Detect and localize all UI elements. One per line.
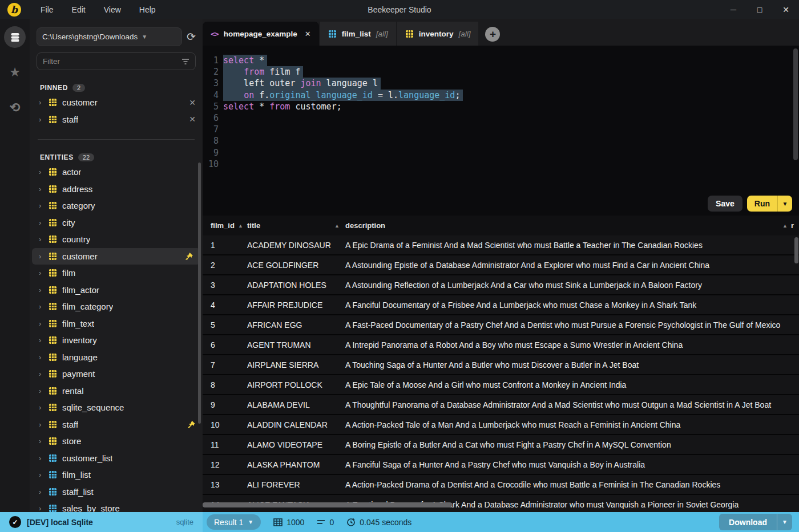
chevron-right-icon[interactable]: › <box>39 319 43 328</box>
entity-item-customer[interactable]: ›customer <box>32 248 200 265</box>
table-row[interactable]: 1ACADEMY DINOSAURA Epic Drama of a Femin… <box>203 235 799 254</box>
table-row[interactable]: 3ADAPTATION HOLESA Astounding Reflection… <box>203 275 799 294</box>
column-header-partial[interactable]: r <box>791 221 799 230</box>
minimize-icon[interactable]: ─ <box>720 0 746 19</box>
run-button[interactable]: Run <box>747 196 777 212</box>
sql-editor[interactable]: 1select *2 from film f3 left outer join … <box>203 46 799 216</box>
chevron-right-icon[interactable]: › <box>39 504 43 512</box>
entity-item-address[interactable]: ›address <box>30 181 203 198</box>
entity-item-language[interactable]: ›language <box>30 349 203 366</box>
chevron-right-icon[interactable]: › <box>39 286 43 294</box>
menu-edit[interactable]: Edit <box>65 3 92 17</box>
chevron-right-icon[interactable]: › <box>39 387 43 395</box>
save-button[interactable]: Save <box>708 196 742 212</box>
entity-item-sqlite_sequence[interactable]: ›sqlite_sequence <box>30 399 203 416</box>
chevron-right-icon[interactable]: › <box>39 269 43 277</box>
table-row[interactable]: 12ALASKA PHANTOMA Fanciful Saga of a Hun… <box>203 455 799 474</box>
chevron-right-icon[interactable]: › <box>39 302 43 311</box>
chevron-right-icon[interactable]: › <box>39 168 43 176</box>
maximize-icon[interactable]: □ <box>746 0 773 19</box>
chevron-right-icon[interactable]: › <box>39 235 43 243</box>
chevron-right-icon[interactable]: › <box>39 185 43 193</box>
download-button[interactable]: Download <box>719 514 777 530</box>
table-horizontal-scrollbar[interactable] <box>203 502 452 507</box>
menu-help[interactable]: Help <box>132 3 163 17</box>
chevron-right-icon[interactable]: › <box>39 369 43 378</box>
line-content: on f.original_language_id = l.language_i… <box>223 90 463 101</box>
run-options-caret[interactable]: ▼ <box>777 196 792 212</box>
table-row[interactable]: 11ALAMO VIDEOTAPEA Boring Epistle of a B… <box>203 435 799 454</box>
entity-item-customer_list[interactable]: ›customer_list <box>30 450 203 467</box>
entity-item-payment[interactable]: ›payment <box>30 366 203 383</box>
table-row[interactable]: 7AIRPLANE SIERRAA Touching Saga of a Hun… <box>203 355 799 374</box>
pin-icon[interactable] <box>185 252 193 261</box>
chevron-right-icon[interactable]: › <box>39 115 43 124</box>
connection-select[interactable]: C:\Users\ghstng\Downloads ▼ <box>37 27 182 46</box>
favorites-star-icon[interactable]: ★ <box>4 62 26 83</box>
connection-status[interactable]: ✓ [DEV] local Sqlite sqlite <box>0 512 203 532</box>
entity-item-city[interactable]: ›city <box>30 214 203 232</box>
close-icon[interactable]: ✕ <box>773 0 799 19</box>
table-row[interactable]: 13ALI FOREVERA Action-Packed Drama of a … <box>203 475 799 494</box>
chevron-right-icon[interactable]: › <box>39 98 43 107</box>
refresh-icon[interactable]: ⟳ <box>187 30 196 43</box>
entity-item-film_list[interactable]: ›film_list <box>30 466 203 484</box>
tab-close-icon[interactable]: ✕ <box>305 30 311 38</box>
chevron-right-icon[interactable]: › <box>39 454 43 462</box>
tab-homepage_example[interactable]: <>homepage_example✕ <box>203 22 319 46</box>
chevron-right-icon[interactable]: › <box>39 403 43 412</box>
editor-scrollbar[interactable] <box>793 48 798 160</box>
column-header-description[interactable]: description ▲ <box>345 221 791 230</box>
cell-title: ALASKA PHANTOM <box>247 460 345 469</box>
chevron-right-icon[interactable]: › <box>39 437 43 445</box>
unpin-close-icon[interactable]: ✕ <box>189 115 196 124</box>
unpin-close-icon[interactable]: ✕ <box>189 98 196 107</box>
menu-file[interactable]: File <box>34 3 60 17</box>
entity-item-country[interactable]: ›country <box>30 231 203 248</box>
table-row[interactable]: 9ALABAMA DEVILA Thoughtful Panorama of a… <box>203 395 799 414</box>
chevron-right-icon[interactable]: › <box>39 470 43 479</box>
table-row[interactable]: 10ALADDIN CALENDARA Action-Packed Tale o… <box>203 415 799 434</box>
line-number: 10 <box>203 159 219 170</box>
entity-filter-input[interactable]: Filter <box>37 52 196 70</box>
entity-item-film[interactable]: ›film <box>30 265 203 282</box>
entity-item-film_text[interactable]: ›film_text <box>30 315 203 332</box>
menu-view[interactable]: View <box>97 3 128 17</box>
chevron-right-icon[interactable]: › <box>39 218 43 227</box>
chevron-right-icon[interactable]: › <box>39 201 43 210</box>
database-tables-icon[interactable] <box>4 26 26 48</box>
table-row[interactable]: 4AFFAIR PREJUDICEA Fanciful Documentary … <box>203 295 799 314</box>
history-icon[interactable]: ⟲ <box>4 97 26 119</box>
table-row[interactable]: 2ACE GOLDFINGERA Astounding Epistle of a… <box>203 255 799 274</box>
entity-item-inventory[interactable]: ›inventory <box>30 332 203 349</box>
column-header-film-id[interactable]: film_id ▲ <box>203 221 247 230</box>
table-row[interactable]: 5AFRICAN EGGA Fast-Paced Documentary of … <box>203 315 799 334</box>
chevron-right-icon[interactable]: › <box>39 353 43 362</box>
chevron-right-icon[interactable]: › <box>39 488 43 496</box>
entity-item-staff_list[interactable]: ›staff_list <box>30 484 203 501</box>
download-options-caret[interactable]: ▼ <box>777 514 792 530</box>
pin-icon[interactable] <box>187 420 196 429</box>
chevron-right-icon[interactable]: › <box>39 336 43 344</box>
entity-item-film_category[interactable]: ›film_category <box>30 298 203 315</box>
new-tab-button[interactable]: + <box>485 27 500 42</box>
entity-item-store[interactable]: ›store <box>30 433 203 450</box>
sidebar-scrollbar[interactable] <box>198 163 201 424</box>
table-vertical-scrollbar[interactable] <box>794 237 798 263</box>
pinned-item-customer[interactable]: ›customer✕ <box>30 94 203 111</box>
column-header-title[interactable]: title ▲ <box>247 221 345 230</box>
chevron-right-icon[interactable]: › <box>39 252 43 261</box>
entity-item-film_actor[interactable]: ›film_actor <box>30 282 203 299</box>
chevron-right-icon[interactable]: › <box>39 420 43 429</box>
tab-film_list[interactable]: film_list[all] <box>320 22 396 46</box>
tab-inventory[interactable]: inventory[all] <box>397 22 479 46</box>
result-selector[interactable]: Result 1 ▼ <box>207 514 261 530</box>
table-row[interactable]: 8AIRPORT POLLOCKA Epic Tale of a Moose A… <box>203 375 799 394</box>
table-row[interactable]: 6AGENT TRUMANA Intrepid Panorama of a Ro… <box>203 335 799 354</box>
entity-item-staff[interactable]: ›staff <box>30 416 203 433</box>
entity-item-rental[interactable]: ›rental <box>30 383 203 400</box>
pinned-item-staff[interactable]: ›staff✕ <box>30 111 203 128</box>
entity-item-category[interactable]: ›category <box>30 197 203 214</box>
entity-item-actor[interactable]: ›actor <box>30 164 203 181</box>
entity-item-sales_by_store[interactable]: ›sales_by_store <box>30 500 203 512</box>
